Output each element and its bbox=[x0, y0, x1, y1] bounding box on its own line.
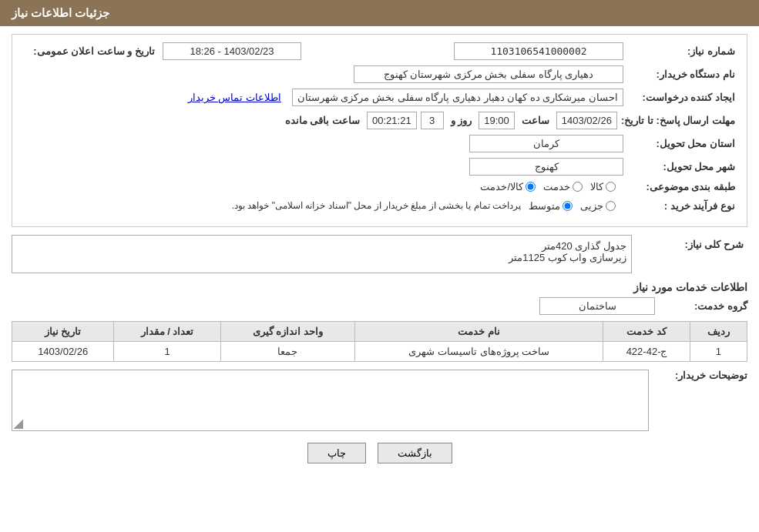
col-service-code: کد خدمت bbox=[603, 322, 690, 342]
buyer-notes-box bbox=[12, 370, 649, 431]
purchase-radio-medium[interactable] bbox=[563, 201, 573, 211]
info-section: شماره نیاز: 1103106541000002 1403/02/23 … bbox=[12, 34, 747, 227]
service-group-label: گروه خدمت: bbox=[655, 300, 747, 312]
deadline-time: 19:00 bbox=[479, 112, 515, 129]
date-announce-label: تاریخ و ساعت اعلان عمومی: bbox=[20, 45, 159, 57]
services-section: اطلاعات خدمات مورد نیاز گروه خدمت: ساختم… bbox=[12, 281, 747, 362]
deadline-days: 3 bbox=[421, 112, 444, 129]
table-cell-quantity: 1 bbox=[114, 342, 220, 362]
city-label: شهر محل تحویل: bbox=[623, 161, 739, 172]
purchase-option-medium[interactable]: متوسط bbox=[529, 200, 573, 212]
table-cell-row: 1 bbox=[690, 342, 747, 362]
category-option2-label: خدمت bbox=[543, 181, 570, 192]
deadline-time-label: ساعت bbox=[519, 115, 552, 126]
description-row: شرح کلی نیاز: جدول گذاری 420متر زیرسازی … bbox=[12, 235, 747, 273]
purchase-option2-label: متوسط bbox=[529, 200, 560, 212]
purchase-type-label: نوع فرآیند خرید : bbox=[623, 200, 739, 212]
service-group-value: ساختمان bbox=[539, 297, 655, 315]
category-label: طبقه بندی موضوعی: bbox=[623, 181, 739, 192]
description-box: جدول گذاری 420متر زیرسازی واب کوب 1125مت… bbox=[12, 235, 632, 273]
city-row: شهر محل تحویل: کهنوج bbox=[20, 158, 739, 176]
header-title-text: جزئیات اطلاعات نیاز bbox=[12, 6, 109, 19]
purchase-radio-small[interactable] bbox=[606, 201, 616, 211]
buyer-org-value: دهیاری پارگاه سفلی بخش مرکزی شهرستان کهن… bbox=[354, 65, 623, 83]
resize-handle bbox=[14, 420, 23, 429]
category-option1-label: کالا bbox=[590, 181, 603, 192]
province-value: کرمان bbox=[469, 135, 623, 152]
table-header-row: ردیف کد خدمت نام خدمت واحد اندازه گیری ت… bbox=[12, 322, 747, 342]
buyer-org-label: نام دستگاه خریدار: bbox=[623, 69, 739, 80]
category-radio-service[interactable] bbox=[573, 182, 583, 192]
services-section-title: اطلاعات خدمات مورد نیاز bbox=[12, 281, 747, 293]
category-option3-label: کالا/خدمت bbox=[480, 181, 523, 192]
page-title: جزئیات اطلاعات نیاز bbox=[0, 0, 759, 26]
table-cell-unit: جمعا bbox=[220, 342, 354, 362]
province-label: استان محل تحویل: bbox=[623, 138, 739, 149]
category-option-service[interactable]: خدمت bbox=[543, 181, 583, 192]
purchase-note: پرداخت تمام یا بخشی از مبلغ خریدار از مح… bbox=[232, 198, 521, 213]
requester-value: احسان میرشکاری ده کهان دهیار دهیاری پارگ… bbox=[292, 89, 623, 106]
category-radio-goods[interactable] bbox=[606, 182, 616, 192]
buyer-org-row: نام دستگاه خریدار: دهیاری پارگاه سفلی بخ… bbox=[20, 65, 739, 83]
service-group-row: گروه خدمت: ساختمان bbox=[12, 297, 747, 315]
col-unit: واحد اندازه گیری bbox=[220, 322, 354, 342]
category-radio-both[interactable] bbox=[526, 182, 536, 192]
description-line1: جدول گذاری 420متر bbox=[17, 240, 626, 252]
deadline-remaining-label: ساعت باقی مانده bbox=[282, 115, 363, 126]
request-number-row: شماره نیاز: 1103106541000002 1403/02/23 … bbox=[20, 42, 739, 60]
deadline-label: مهلت ارسال پاسخ: تا تاریخ: bbox=[621, 115, 739, 126]
buyer-notes-section: توضیحات خریدار: bbox=[12, 370, 747, 431]
table-cell-service_name: ساخت پروژه‌های تاسیسات شهری bbox=[355, 342, 603, 362]
buyer-notes-label: توضیحات خریدار: bbox=[655, 370, 747, 381]
buttons-row: بازگشت چاپ bbox=[12, 443, 747, 463]
request-number-label: شماره نیاز: bbox=[623, 45, 739, 57]
category-option-goods[interactable]: کالا bbox=[590, 181, 616, 192]
deadline-date: 1403/02/26 bbox=[556, 112, 617, 129]
description-line2: زیرسازی واب کوب 1125متر bbox=[17, 252, 626, 263]
contact-link[interactable]: اطلاعات تماس خریدار bbox=[183, 89, 286, 105]
province-row: استان محل تحویل: کرمان bbox=[20, 135, 739, 152]
col-service-name: نام خدمت bbox=[355, 322, 603, 342]
print-button[interactable]: چاپ bbox=[307, 443, 366, 463]
requester-label: ایجاد کننده درخواست: bbox=[623, 92, 739, 103]
purchase-option-small[interactable]: جزیی bbox=[580, 200, 616, 212]
city-value: کهنوج bbox=[469, 158, 623, 176]
col-date: تاریخ نیاز bbox=[12, 322, 114, 342]
category-option-both[interactable]: کالا/خدمت bbox=[480, 181, 536, 192]
col-quantity: تعداد / مقدار bbox=[114, 322, 220, 342]
services-table: ردیف کد خدمت نام خدمت واحد اندازه گیری ت… bbox=[12, 321, 747, 362]
request-number-value: 1103106541000002 bbox=[454, 42, 623, 60]
table-cell-date: 1403/02/26 bbox=[12, 342, 114, 362]
category-row: طبقه بندی موضوعی: کالا خدمت کالا/خدمت bbox=[20, 181, 739, 192]
back-button[interactable]: بازگشت bbox=[378, 443, 452, 463]
date-announce-value: 1403/02/23 - 18:26 bbox=[163, 42, 301, 60]
requester-row: ایجاد کننده درخواست: احسان میرشکاری ده ک… bbox=[20, 89, 739, 106]
deadline-row: مهلت ارسال پاسخ: تا تاریخ: 1403/02/26 سا… bbox=[20, 112, 739, 129]
description-section-title: شرح کلی نیاز: bbox=[632, 235, 747, 250]
deadline-days-label: روز و bbox=[448, 115, 475, 126]
table-cell-service_code: ج-42-422 bbox=[603, 342, 690, 362]
purchase-type-row: نوع فرآیند خرید : جزیی متوسط پرداخت تمام… bbox=[20, 198, 739, 213]
col-row-num: ردیف bbox=[690, 322, 747, 342]
purchase-option1-label: جزیی bbox=[580, 200, 603, 212]
table-row: 1ج-42-422ساخت پروژه‌های تاسیسات شهریجمعا… bbox=[12, 342, 747, 362]
deadline-remaining: 00:21:21 bbox=[367, 112, 417, 129]
